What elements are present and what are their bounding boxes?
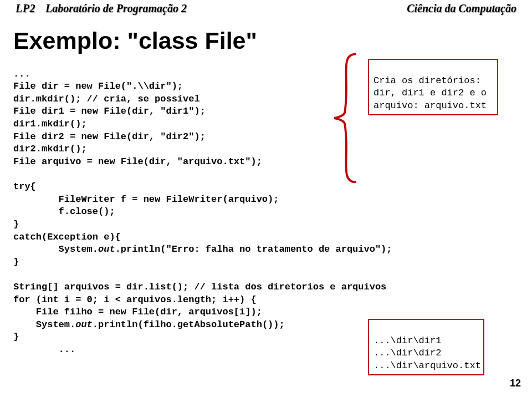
callout-line: ...\dir\arquivo.txt [374, 360, 481, 371]
code-line: String[] arquivos = dir.list(); // lista… [13, 282, 386, 292]
code-line: catch(Exception e){ [13, 232, 121, 242]
code-line: dir1.mkdir(); [13, 119, 87, 129]
code-line: File dir = new File(".\\dir"); [13, 81, 183, 91]
callout-line: ...\dir\dir2 [374, 348, 441, 358]
code-line: File filho = new File(dir, arquivos[i]); [13, 307, 262, 317]
code-line: System.out.println("Erro: falha no trata… [13, 244, 392, 255]
brace-icon [323, 49, 367, 187]
code-line: } [13, 257, 19, 267]
code-line: try{ [13, 181, 36, 192]
callout-create-dirs: Cria os diretórios: dir, dir1 e dir2 e o… [368, 59, 498, 115]
callout-line: ...\dir\dir1 [374, 335, 441, 346]
callout-line: dir, dir1 e dir2 e o [374, 88, 487, 98]
code-line: dir.mkdir(); // cria, se possível [13, 94, 200, 104]
code-line: ... [13, 69, 30, 79]
code-line: ... [13, 344, 75, 355]
code-line: FileWriter f = new FileWriter(arquivo); [13, 194, 279, 205]
callout-line: Cria os diretórios: [374, 75, 481, 86]
code-line: for (int i = 0; i < arquivos.length; i++… [13, 294, 257, 305]
code-block: ... File dir = new File(".\\dir"); dir.m… [13, 55, 532, 397]
code-line: File arquivo = new File(dir, "arquivo.tx… [13, 156, 262, 167]
code-line: } [13, 332, 19, 342]
code-line: dir2.mkdir(); [13, 144, 87, 154]
course-code: LP2 [16, 2, 35, 15]
code-line: f.close(); [13, 206, 115, 217]
page-title: Exemplo: "class File" [13, 27, 532, 54]
course-name: Laboratório de Programação 2 [45, 2, 187, 15]
department: Ciência da Computação [407, 2, 516, 15]
code-line: } [13, 219, 19, 230]
code-line: File dir2 = new File(dir, "dir2"); [13, 131, 206, 142]
callout-paths: ...\dir\dir1 ...\dir\dir2 ...\dir\arquiv… [368, 319, 484, 375]
page-header: LP2 Laboratório de Programação 2 Ciência… [0, 0, 532, 15]
page-number: 12 [510, 378, 521, 389]
code-line: System.out.println(filho.getAbsolutePath… [13, 319, 285, 330]
callout-line: arquivo: arquivo.txt [374, 100, 487, 111]
code-line: File dir1 = new File(dir, "dir1"); [13, 106, 206, 116]
